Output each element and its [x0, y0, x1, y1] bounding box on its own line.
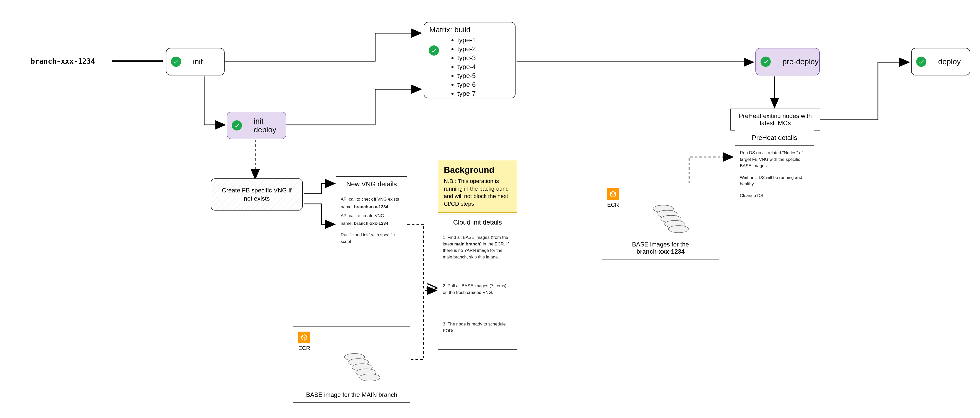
panel-text: 3. The node is ready to schedule PODs: [443, 321, 512, 334]
panel-text: Wait until DS will be running and health…: [740, 174, 809, 187]
panel-title: PreHeat details: [735, 130, 814, 146]
panel-text: Run DS on all related "Nodes" of target …: [740, 150, 809, 169]
box-preheat-nodes: PreHeat exiting nodes with latest IMGs: [730, 109, 820, 130]
check-icon: [171, 57, 181, 67]
matrix-item: type-7: [457, 90, 510, 98]
box-label: PreHeat exiting nodes with latest IMGs: [739, 112, 812, 127]
matrix-item: type-5: [457, 72, 510, 80]
node-label: deploy: [938, 57, 961, 66]
matrix-item: type-4: [457, 63, 510, 71]
panel-vng-details: New VNG details API call to check if VNG…: [336, 176, 407, 250]
panel-text: 2. Pull all BASE images (7 items) on the…: [443, 283, 512, 316]
ecr-label: ECR: [607, 202, 619, 208]
check-icon: [916, 57, 926, 67]
hatch-label: Create FB specific VNG if not exists: [217, 186, 297, 203]
node-deploy: deploy: [911, 48, 970, 76]
ecr-icon: [298, 332, 310, 343]
layers-icon: [339, 352, 385, 385]
matrix-item: type-6: [457, 81, 510, 89]
node-matrix-build: Matrix: build type-1 type-2 type-3 type-…: [424, 22, 515, 98]
matrix-item: type-3: [457, 54, 510, 62]
layers-icon: [648, 204, 694, 237]
panel-title: Cloud init details: [438, 215, 517, 230]
matrix-title: Matrix: build: [429, 25, 510, 34]
hatch-create-vng: Create FB specific VNG if not exists: [211, 179, 303, 211]
node-label: init: [193, 57, 203, 66]
svg-point-5: [360, 374, 380, 381]
check-icon: [429, 45, 439, 55]
node-label: init deploy: [254, 117, 286, 134]
panel-text: API call to check if VNG exists: [341, 196, 402, 203]
matrix-item: type-1: [457, 36, 510, 44]
ecr-main-branch: ECR BASE image for the MAIN branch: [293, 326, 410, 403]
ecr-caption: BASE image for the MAIN branch: [293, 391, 410, 398]
node-init-deploy: init deploy: [227, 112, 286, 139]
diagram-canvas: branch-xxx-1234 init init deploy Matrix:…: [0, 0, 980, 418]
node-init: init: [166, 48, 224, 76]
note-background: Background N.B.: This operation is runni…: [438, 160, 517, 212]
note-title: Background: [444, 165, 511, 175]
node-pre-deploy: pre-deploy: [756, 48, 820, 76]
check-icon: [232, 120, 242, 130]
panel-text: Cleanup DS: [740, 192, 809, 199]
panel-preheat-details: PreHeat details Run DS on all related "N…: [735, 130, 814, 214]
panel-title: New VNG details: [336, 177, 407, 192]
ecr-label: ECR: [298, 345, 310, 352]
svg-point-10: [668, 226, 689, 233]
panel-text: Run "cloud init" with specific script: [341, 232, 402, 245]
matrix-item: type-2: [457, 45, 510, 53]
note-body: N.B.: This operation is running in the b…: [444, 177, 511, 208]
branch-label: branch-xxx-1234: [30, 57, 95, 65]
panel-cloud-init: Cloud init details 1. Find all BASE imag…: [438, 215, 517, 350]
ecr-branch: ECR BASE images for the branch-xxx-1234: [602, 183, 719, 260]
check-icon: [760, 57, 771, 67]
ecr-caption: BASE images for the branch-xxx-1234: [602, 241, 719, 255]
panel-text: API call to create VNG: [341, 212, 402, 219]
ecr-icon: [607, 188, 619, 200]
node-label: pre-deploy: [783, 57, 819, 66]
matrix-list: type-1 type-2 type-3 type-4 type-5 type-…: [457, 36, 510, 98]
